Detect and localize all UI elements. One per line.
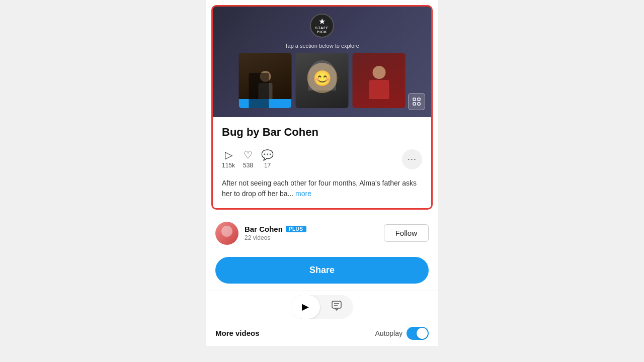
video-description: After not seeing each other for four mon…	[222, 178, 422, 199]
video-card: ★ STAFF PICK Tap a section below to expl…	[211, 5, 433, 210]
play-icon: ▷	[225, 150, 232, 160]
tap-section-label: Tap a section below to explore	[285, 43, 359, 49]
like-button[interactable]: ♡ 538	[243, 148, 261, 171]
author-video-count: 22 videos	[245, 234, 384, 241]
staff-pick-text: STAFF	[315, 26, 329, 30]
svg-rect-4	[332, 301, 341, 308]
share-button[interactable]: Share	[215, 257, 429, 284]
author-name-row: Bar Cohen PLUS	[245, 225, 384, 233]
person-body-1	[258, 83, 272, 99]
author-info: Bar Cohen PLUS 22 videos	[245, 225, 384, 241]
video-info-section: Bug by Bar Cohen ▷ 115k ♡ 538 💬 17 ···	[213, 117, 431, 208]
thumbnail-1[interactable]	[239, 53, 292, 108]
more-dots-icon: ···	[408, 154, 417, 164]
description-text: After not seeing each other for four mon…	[222, 179, 417, 198]
play-count: 115k	[222, 162, 235, 169]
bottom-tab-bar: ▶	[206, 291, 438, 323]
fullscreen-button[interactable]	[408, 93, 425, 110]
toggle-thumb	[417, 328, 428, 339]
woman-body	[369, 80, 389, 99]
man-face: 😊	[307, 63, 337, 93]
thumbnail-3[interactable]	[353, 53, 406, 108]
tab-pill: ▶	[291, 295, 353, 319]
svg-rect-3	[418, 103, 420, 105]
action-row: ▷ 115k ♡ 538 💬 17 ···	[222, 148, 422, 171]
more-videos-label: More videos	[215, 329, 260, 337]
follow-button[interactable]: Follow	[384, 224, 429, 242]
comment-icon: 💬	[261, 150, 274, 160]
staff-pick-subtext: PICK	[317, 30, 328, 34]
author-avatar	[215, 222, 238, 245]
svg-rect-0	[413, 98, 416, 101]
video-tab-icon: ▶	[302, 301, 309, 312]
autoplay-label: Autoplay	[375, 329, 403, 337]
staff-pick-circle: ★ STAFF PICK	[310, 14, 334, 38]
active-indicator-bar	[239, 99, 292, 108]
staff-pick-badge: ★ STAFF PICK	[310, 14, 334, 38]
thumbnails-row: 😊	[239, 53, 406, 108]
heart-icon: ♡	[244, 150, 253, 160]
tab-video[interactable]: ▶	[291, 295, 320, 319]
author-section: Bar Cohen PLUS 22 videos Follow	[206, 215, 438, 252]
thumbnail-2[interactable]: 😊	[296, 53, 349, 108]
svg-rect-1	[418, 98, 420, 101]
more-options-button[interactable]: ···	[402, 149, 422, 169]
share-section: Share	[206, 252, 438, 291]
autoplay-row: Autoplay	[375, 327, 429, 340]
person-figure-1	[258, 71, 272, 99]
bottom-row: More videos Autoplay	[206, 323, 438, 346]
play-button[interactable]: ▷ 115k	[222, 148, 243, 171]
video-title: Bug by Bar Cohen	[222, 125, 422, 140]
woman-head	[372, 66, 385, 79]
autoplay-toggle[interactable]	[407, 327, 429, 340]
comment-count: 17	[264, 162, 271, 169]
person-head-1	[260, 71, 271, 82]
comment-tab-icon	[331, 300, 342, 314]
video-thumbnail: ★ STAFF PICK Tap a section below to expl…	[213, 7, 431, 117]
plus-badge: PLUS	[286, 226, 306, 232]
like-count: 538	[243, 162, 253, 169]
staff-pick-star: ★	[318, 18, 326, 26]
svg-rect-2	[413, 103, 416, 105]
author-name: Bar Cohen	[245, 225, 283, 233]
more-link[interactable]: more	[295, 190, 311, 198]
comment-button[interactable]: 💬 17	[261, 148, 282, 171]
page-wrapper: ★ STAFF PICK Tap a section below to expl…	[206, 0, 438, 346]
tab-comments[interactable]	[320, 295, 353, 319]
woman-figure	[369, 66, 389, 99]
